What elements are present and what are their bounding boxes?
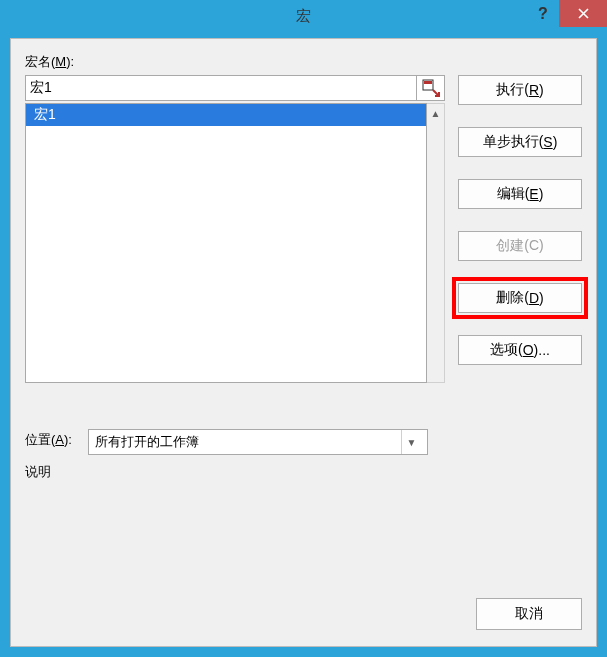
dialog-body: 宏名(M): 宏1 ▲ xyxy=(10,38,597,647)
dialog-title: 宏 xyxy=(296,7,311,26)
close-icon xyxy=(578,8,589,19)
macro-list[interactable]: 宏1 xyxy=(25,103,427,383)
edit-button[interactable]: 编辑(E) xyxy=(458,179,582,209)
svg-rect-1 xyxy=(424,81,432,84)
help-button[interactable]: ? xyxy=(527,0,559,27)
list-item[interactable]: 宏1 xyxy=(26,104,426,126)
description-label: 说明 xyxy=(25,463,51,481)
titlebar-controls: ? xyxy=(527,0,607,27)
run-button[interactable]: 执行(R) xyxy=(458,75,582,105)
scroll-up-arrow-icon[interactable]: ▲ xyxy=(427,104,444,122)
action-buttons-column: 执行(R) 单步执行(S) 编辑(E) 创建(C) 删除(D) 选项(O)... xyxy=(458,75,582,365)
titlebar: 宏 ? xyxy=(0,0,607,32)
scrollbar[interactable]: ▲ xyxy=(427,103,445,383)
location-label: 位置(A): xyxy=(25,431,72,449)
step-button[interactable]: 单步执行(S) xyxy=(458,127,582,157)
reference-icon xyxy=(422,79,440,97)
macro-name-label: 宏名(M): xyxy=(25,53,582,75)
close-button[interactable] xyxy=(559,0,607,27)
cancel-row: 取消 xyxy=(476,598,582,630)
macro-name-input-wrap xyxy=(25,75,445,101)
chevron-down-icon: ▼ xyxy=(401,430,421,454)
create-button: 创建(C) xyxy=(458,231,582,261)
location-dropdown-value: 所有打开的工作簿 xyxy=(95,433,401,451)
macro-list-container: 宏1 ▲ xyxy=(25,103,445,383)
cancel-button[interactable]: 取消 xyxy=(476,598,582,630)
macro-dialog-window: 宏 ? 宏名(M): xyxy=(0,0,607,657)
location-dropdown[interactable]: 所有打开的工作簿 ▼ xyxy=(88,429,428,455)
macro-name-input[interactable] xyxy=(25,75,417,101)
location-row: 位置(A): 所有打开的工作簿 ▼ xyxy=(25,429,428,455)
options-button[interactable]: 选项(O)... xyxy=(458,335,582,365)
delete-button[interactable]: 删除(D) xyxy=(458,283,582,313)
reference-picker-button[interactable] xyxy=(417,75,445,101)
